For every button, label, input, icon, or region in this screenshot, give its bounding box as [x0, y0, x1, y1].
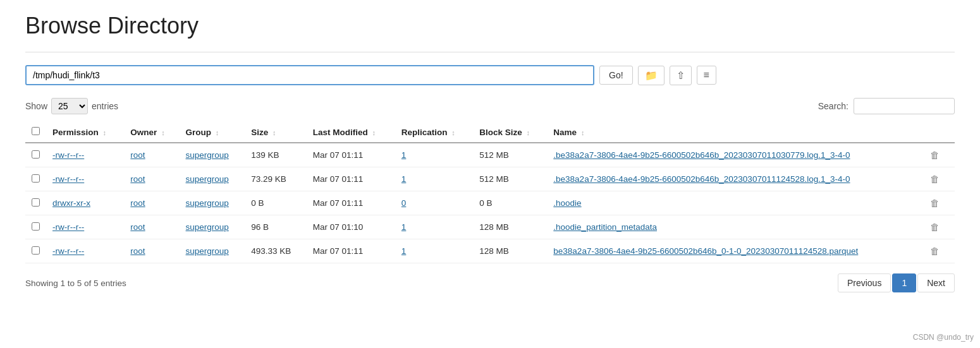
col-actions [920, 122, 955, 143]
page-1-button[interactable]: 1 [892, 273, 916, 292]
show-label: Show [25, 101, 47, 111]
col-size-label: Size [251, 128, 268, 137]
group-link[interactable]: supergroup [186, 150, 229, 160]
col-name[interactable]: Name ↕ [547, 122, 919, 143]
go-button[interactable]: Go! [599, 66, 633, 85]
replication-link[interactable]: 1 [401, 222, 407, 232]
row-checkbox[interactable] [32, 150, 40, 159]
page-title: Browse Directory [25, 13, 955, 39]
sort-icon-owner: ↕ [161, 129, 165, 136]
col-replication-label: Replication [401, 128, 448, 137]
row-checkbox[interactable] [32, 174, 40, 183]
delete-button[interactable]: 🗑 [926, 220, 943, 234]
group-link[interactable]: supergroup [186, 222, 229, 232]
owner-link[interactable]: root [130, 222, 145, 232]
block-size-cell: 128 MB [473, 239, 547, 263]
sort-icon-replication: ↕ [451, 129, 455, 136]
size-cell: 73.29 KB [245, 167, 307, 191]
permission-link[interactable]: -rw-r--r-- [52, 174, 84, 184]
showing-text: Showing 1 to 5 of 5 entries [25, 279, 126, 288]
group-link[interactable]: supergroup [186, 246, 229, 256]
replication-link[interactable]: 1 [401, 150, 407, 160]
table-row: -rw-r--r--rootsupergroup139 KBMar 07 01:… [25, 143, 955, 167]
size-cell: 493.33 KB [245, 239, 307, 263]
permission-link[interactable]: -rw-r--r-- [52, 150, 84, 160]
size-cell: 0 B [245, 191, 307, 215]
row-checkbox[interactable] [32, 246, 40, 255]
list-button[interactable]: ≡ [697, 66, 716, 85]
sort-icon-permission: ↕ [103, 129, 107, 136]
table-row: drwxr-xr-xrootsupergroup0 BMar 07 01:110… [25, 191, 955, 215]
folder-button[interactable]: 📁 [638, 66, 665, 85]
sort-icon-size: ↕ [273, 129, 276, 136]
col-block-size-label: Block Size [479, 128, 522, 137]
entries-label: entries [92, 101, 118, 111]
col-owner[interactable]: Owner ↕ [124, 122, 179, 143]
col-group-label: Group [186, 128, 212, 137]
col-group[interactable]: Group ↕ [180, 122, 245, 143]
sort-icon-name: ↕ [581, 129, 585, 136]
name-link[interactable]: be38a2a7-3806-4ae4-9b25-6600502b646b_0-1… [553, 246, 858, 256]
replication-link[interactable]: 1 [401, 174, 407, 184]
delete-button[interactable]: 🗑 [926, 172, 943, 186]
col-permission[interactable]: Permission ↕ [46, 122, 124, 143]
select-all-checkbox[interactable] [32, 127, 40, 135]
name-link[interactable]: .be38a2a7-3806-4ae4-9b25-6600502b646b_20… [553, 150, 850, 160]
owner-link[interactable]: root [130, 174, 145, 184]
last-modified-cell: Mar 07 01:10 [307, 215, 395, 239]
sort-icon-group: ↕ [216, 129, 219, 136]
replication-link[interactable]: 0 [401, 198, 407, 208]
col-size[interactable]: Size ↕ [245, 122, 307, 143]
row-checkbox[interactable] [32, 222, 40, 231]
col-replication[interactable]: Replication ↕ [395, 122, 473, 143]
sort-icon-last-modified: ↕ [372, 129, 376, 136]
upload-button[interactable]: ⇧ [670, 66, 692, 85]
group-link[interactable]: supergroup [186, 198, 229, 208]
select-all-col [25, 122, 46, 143]
block-size-cell: 128 MB [473, 215, 547, 239]
path-bar: Go! 📁 ⇧ ≡ [25, 65, 955, 85]
owner-link[interactable]: root [130, 246, 145, 256]
col-last-modified-label: Last Modified [313, 128, 368, 137]
next-button[interactable]: Next [917, 273, 955, 292]
upload-icon: ⇧ [677, 70, 685, 81]
last-modified-cell: Mar 07 01:11 [307, 239, 395, 263]
name-link[interactable]: .hoodie_partition_metadata [553, 222, 657, 232]
table-row: -rw-r--r--rootsupergroup73.29 KBMar 07 0… [25, 167, 955, 191]
permission-link[interactable]: -rw-r--r-- [52, 246, 84, 256]
search-bar: Search: [818, 98, 955, 114]
table-footer: Showing 1 to 5 of 5 entries Previous 1 N… [25, 273, 955, 292]
owner-link[interactable]: root [130, 198, 145, 208]
permission-link[interactable]: drwxr-xr-x [52, 198, 90, 208]
previous-button[interactable]: Previous [838, 273, 891, 292]
owner-link[interactable]: root [130, 150, 145, 160]
delete-button[interactable]: 🗑 [926, 148, 943, 162]
search-input[interactable] [854, 98, 955, 114]
delete-button[interactable]: 🗑 [926, 244, 943, 258]
replication-link[interactable]: 1 [401, 246, 407, 256]
table-controls: Show 25 10 50 100 entries Search: [25, 98, 955, 114]
col-permission-label: Permission [52, 128, 99, 137]
folder-icon: 📁 [645, 70, 658, 81]
name-link[interactable]: .be38a2a7-3806-4ae4-9b25-6600502b646b_20… [553, 174, 850, 184]
path-input[interactable] [25, 65, 594, 85]
col-last-modified[interactable]: Last Modified ↕ [307, 122, 395, 143]
entries-select[interactable]: 25 10 50 100 [51, 98, 88, 114]
sort-icon-block-size: ↕ [526, 129, 530, 136]
col-block-size[interactable]: Block Size ↕ [473, 122, 547, 143]
list-icon: ≡ [704, 69, 709, 80]
table-row: -rw-r--r--rootsupergroup96 BMar 07 01:10… [25, 215, 955, 239]
last-modified-cell: Mar 07 01:11 [307, 143, 395, 167]
delete-button[interactable]: 🗑 [926, 196, 943, 210]
last-modified-cell: Mar 07 01:11 [307, 191, 395, 215]
name-link[interactable]: .hoodie [553, 198, 581, 208]
block-size-cell: 512 MB [473, 143, 547, 167]
divider [25, 52, 955, 52]
block-size-cell: 0 B [473, 191, 547, 215]
show-entries: Show 25 10 50 100 entries [25, 98, 118, 114]
permission-link[interactable]: -rw-r--r-- [52, 222, 84, 232]
row-checkbox[interactable] [32, 198, 40, 207]
last-modified-cell: Mar 07 01:11 [307, 167, 395, 191]
group-link[interactable]: supergroup [186, 174, 229, 184]
file-table: Permission ↕ Owner ↕ Group ↕ Size ↕ Last… [25, 122, 955, 263]
